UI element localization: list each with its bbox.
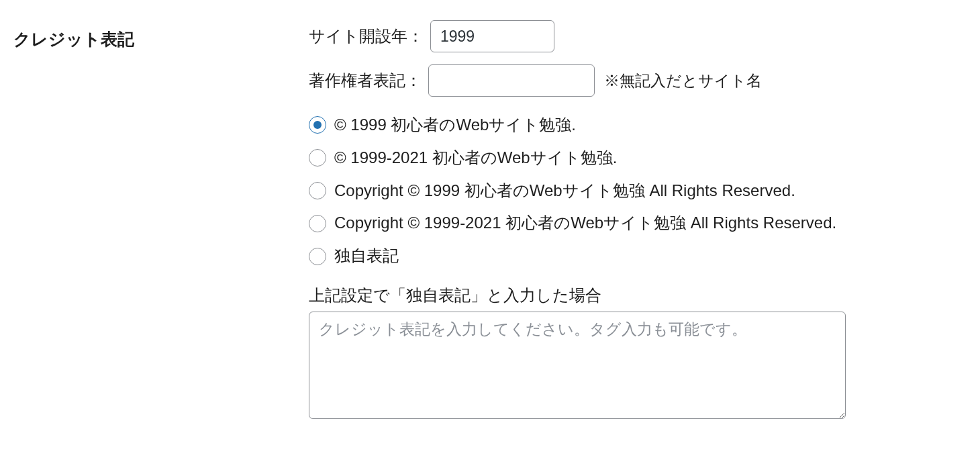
credit-notation-section: クレジット表記 サイト開設年： 著作権者表記： ※無記入だとサイト名 © 199… [13, 20, 967, 423]
credit-format-label-3[interactable]: Copyright © 1999-2021 初心者のWebサイト勉強 All R… [334, 214, 836, 233]
site-year-label: サイト開設年： [309, 26, 424, 47]
credit-format-label-4[interactable]: 独自表記 [334, 246, 399, 266]
credit-format-radio-group: © 1999 初心者のWebサイト勉強. © 1999-2021 初心者のWeb… [309, 115, 967, 266]
site-year-input[interactable] [430, 20, 554, 52]
credit-format-radio-0[interactable] [309, 116, 326, 134]
custom-credit-textarea[interactable] [309, 312, 846, 419]
credit-format-label-0[interactable]: © 1999 初心者のWebサイト勉強. [334, 115, 576, 135]
site-year-row: サイト開設年： [309, 20, 967, 52]
credit-format-radio-4[interactable] [309, 248, 326, 265]
copyright-author-note: ※無記入だとサイト名 [604, 70, 762, 91]
custom-credit-label: 上記設定で「独自表記」と入力した場合 [309, 285, 967, 306]
credit-format-label-2[interactable]: Copyright © 1999 初心者のWebサイト勉強 All Rights… [334, 181, 795, 201]
copyright-author-label: 著作権者表記： [309, 70, 422, 91]
copyright-author-input[interactable] [428, 64, 595, 97]
credit-format-label-1[interactable]: © 1999-2021 初心者のWebサイト勉強. [334, 148, 617, 168]
credit-format-radio-3[interactable] [309, 215, 326, 232]
section-content: サイト開設年： 著作権者表記： ※無記入だとサイト名 © 1999 初心者のWe… [309, 20, 967, 423]
credit-format-radio-2[interactable] [309, 182, 326, 199]
credit-format-radio-1[interactable] [309, 149, 326, 167]
copyright-author-row: 著作権者表記： ※無記入だとサイト名 [309, 64, 967, 97]
section-title: クレジット表記 [13, 20, 309, 50]
